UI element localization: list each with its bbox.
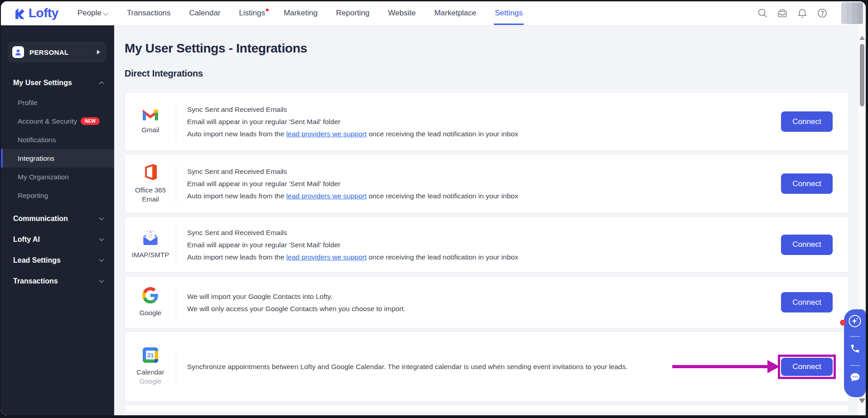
integration-description: Sync Sent and Received Emails Email will… — [176, 217, 781, 272]
nav-marketplace[interactable]: Marketplace — [434, 1, 477, 25]
nav-listings[interactable]: Listings — [239, 1, 265, 25]
sidebar-item-account-security[interactable]: Account & SecurityNEW — [1, 112, 114, 130]
logo-text: Lofty — [29, 6, 58, 20]
integration-icon-col: Google — [125, 277, 176, 328]
connect-button-google-calendar[interactable]: Connect — [781, 358, 833, 376]
ai-assistant-icon[interactable] — [844, 314, 866, 328]
integration-card-partial — [125, 404, 849, 413]
imap-smtp-icon: @ — [142, 230, 159, 245]
inbox-icon[interactable] — [777, 8, 788, 19]
nav-settings[interactable]: Settings — [495, 1, 522, 25]
new-badge: NEW — [81, 117, 100, 125]
chevron-down-icon — [99, 238, 104, 241]
integration-card-office365: Office 365Email Sync Sent and Received E… — [125, 154, 849, 213]
gmail-icon — [143, 109, 158, 120]
lead-providers-link[interactable]: lead providers we support — [286, 192, 367, 200]
chevron-down-icon — [103, 10, 109, 15]
integration-description: Sync Sent and Received Emails Email will… — [176, 93, 781, 150]
lofty-logo[interactable]: Lofty — [14, 6, 58, 20]
integration-icon-col: Gmail — [125, 93, 176, 150]
integration-name: CalendarGoogle — [137, 368, 164, 386]
integration-name: Gmail — [141, 125, 159, 135]
integration-card-imap-smtp: @ IMAP/SMTP Sync Sent and Received Email… — [125, 216, 849, 273]
sidebar-section-lofty-ai[interactable]: Lofty AI — [1, 229, 114, 250]
connect-button-imap-smtp[interactable]: Connect — [781, 235, 833, 255]
chat-icon[interactable] — [844, 372, 866, 383]
nav-marketing[interactable]: Marketing — [284, 1, 318, 25]
top-nav: Lofty People Transactions Calendar Listi… — [1, 1, 866, 25]
connect-button-google[interactable]: Connect — [781, 292, 833, 312]
divider — [850, 365, 860, 366]
integration-name: IMAP/SMTP — [132, 250, 169, 259]
notification-dot — [266, 9, 269, 11]
integration-icon-col: @ IMAP/SMTP — [125, 217, 176, 272]
divider — [850, 336, 860, 337]
notification-dot — [840, 320, 846, 326]
integration-description: Sync Sent and Received Emails Email will… — [176, 154, 781, 213]
annotation-highlight-box: Connect — [778, 355, 836, 379]
connect-button-gmail[interactable]: Connect — [781, 111, 833, 132]
connect-button-office365[interactable]: Connect — [781, 173, 833, 194]
sidebar-section-lead-settings[interactable]: Lead Settings — [1, 250, 114, 271]
help-icon[interactable] — [817, 8, 828, 19]
chevron-right-icon — [97, 50, 100, 54]
chevron-down-icon — [99, 217, 104, 221]
workspace-name: PERSONAL — [29, 48, 69, 56]
integration-name: Office 365Email — [135, 186, 166, 204]
office365-icon — [142, 163, 159, 181]
main-content: My User Settings - Integrations Direct I… — [114, 25, 866, 415]
app-window: Lofty People Transactions Calendar Listi… — [1, 1, 866, 415]
chevron-up-icon — [99, 81, 104, 85]
nav-transactions[interactable]: Transactions — [127, 1, 171, 25]
svg-text:31: 31 — [147, 352, 154, 359]
scrollbar-down-arrow[interactable] — [859, 399, 865, 404]
nav-calendar[interactable]: Calendar — [189, 1, 221, 25]
chevron-down-icon — [99, 259, 104, 262]
nav-website[interactable]: Website — [388, 1, 416, 25]
scrollbar-thumb[interactable] — [860, 44, 864, 106]
user-avatar[interactable] — [841, 2, 863, 24]
integration-card-google: Google We will import your Google Contac… — [125, 276, 849, 328]
workspace-switcher[interactable]: PERSONAL — [8, 42, 106, 62]
integration-name: Google — [140, 308, 161, 317]
sidebar-item-reporting[interactable]: Reporting — [1, 186, 114, 205]
sidebar-section-my-user-settings[interactable]: My User Settings — [1, 72, 114, 93]
search-icon[interactable] — [757, 8, 768, 19]
google-calendar-icon: 31 — [143, 347, 158, 363]
section-heading: Direct Integrations — [125, 68, 203, 79]
main-menu: People Transactions Calendar Listings Ma… — [77, 1, 523, 25]
nav-actions — [757, 2, 863, 24]
integration-card-gmail: Gmail Sync Sent and Received Emails Emai… — [125, 92, 849, 151]
sidebar-section-communication[interactable]: Communication — [1, 208, 114, 229]
sidebar-section-transactions[interactable]: Transactions — [1, 271, 114, 292]
sidebar-item-integrations[interactable]: Integrations — [1, 149, 114, 168]
lofty-logo-icon — [14, 7, 26, 19]
integration-icon-col: Office 365Email — [125, 154, 176, 213]
sidebar-item-notifications[interactable]: Notifications — [1, 130, 114, 149]
nav-reporting[interactable]: Reporting — [336, 1, 370, 25]
workspace-avatar-icon — [12, 46, 24, 58]
phone-icon[interactable] — [844, 343, 866, 354]
floating-widget — [844, 309, 866, 397]
lead-providers-link[interactable]: lead providers we support — [286, 253, 367, 261]
integration-icon-col: 31 CalendarGoogle — [125, 332, 176, 401]
sidebar-items: Profile Account & SecurityNEW Notificati… — [1, 93, 114, 205]
integration-description: We will import your Google Contacts into… — [176, 277, 781, 328]
settings-sidebar: PERSONAL My User Settings Profile Accoun… — [1, 25, 114, 415]
chevron-down-icon — [99, 279, 104, 283]
scrollbar-up-arrow[interactable] — [859, 36, 865, 40]
sidebar-item-profile[interactable]: Profile — [1, 93, 114, 112]
annotation-arrow — [667, 357, 785, 377]
svg-text:@: @ — [148, 233, 153, 238]
nav-people[interactable]: People — [77, 1, 108, 25]
lead-providers-link[interactable]: lead providers we support — [286, 130, 367, 138]
notifications-bell-icon[interactable] — [797, 8, 808, 19]
page-title: My User Settings - Integrations — [125, 41, 307, 56]
sidebar-item-my-organization[interactable]: My Organization — [1, 168, 114, 186]
google-icon — [142, 287, 159, 303]
